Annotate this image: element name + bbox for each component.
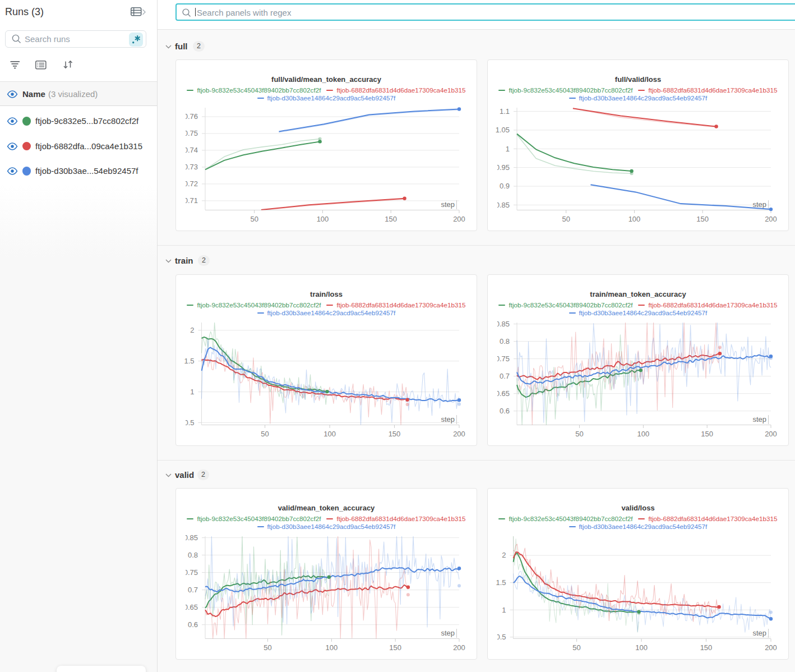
svg-text:50: 50: [562, 215, 570, 223]
svg-text:0.75: 0.75: [184, 568, 198, 577]
svg-text:0.9: 0.9: [500, 182, 510, 190]
svg-text:0.72: 0.72: [184, 179, 198, 188]
svg-text:50: 50: [575, 430, 583, 438]
svg-text:0.95: 0.95: [496, 163, 510, 172]
svg-text:0.7: 0.7: [500, 372, 510, 380]
svg-text:50: 50: [572, 643, 580, 652]
svg-text:200: 200: [765, 430, 777, 438]
svg-text:1: 1: [506, 145, 510, 153]
svg-text:1: 1: [502, 606, 506, 614]
svg-text:150: 150: [385, 215, 397, 223]
svg-text:100: 100: [637, 430, 650, 438]
svg-text:0.6: 0.6: [500, 407, 510, 415]
svg-text:0.85: 0.85: [496, 201, 510, 209]
svg-text:step: step: [441, 415, 455, 424]
svg-text:1: 1: [190, 388, 194, 396]
svg-text:0.73: 0.73: [184, 163, 198, 171]
svg-text:2: 2: [190, 326, 194, 334]
svg-text:150: 150: [701, 430, 713, 438]
svg-text:step: step: [441, 629, 455, 637]
svg-text:0.5: 0.5: [184, 418, 194, 427]
svg-text:1.1: 1.1: [500, 107, 510, 116]
svg-text:0.8: 0.8: [188, 551, 198, 559]
svg-text:50: 50: [250, 215, 258, 223]
svg-text:50: 50: [261, 430, 269, 438]
svg-text:0.76: 0.76: [184, 112, 198, 121]
svg-text:150: 150: [389, 430, 401, 438]
svg-text:100: 100: [628, 215, 641, 223]
svg-text:150: 150: [700, 643, 713, 652]
svg-text:step: step: [752, 629, 766, 637]
svg-text:0.5: 0.5: [496, 633, 506, 641]
svg-text:100: 100: [635, 643, 648, 652]
svg-text:0.85: 0.85: [184, 533, 198, 542]
svg-text:0.8: 0.8: [500, 337, 510, 346]
svg-text:0.75: 0.75: [184, 129, 198, 137]
svg-text:2: 2: [502, 551, 506, 559]
svg-text:1.05: 1.05: [496, 126, 510, 134]
svg-text:150: 150: [696, 215, 709, 223]
svg-text:step: step: [441, 200, 455, 209]
svg-text:100: 100: [323, 430, 336, 438]
svg-text:50: 50: [264, 643, 271, 652]
svg-text:1.5: 1.5: [184, 357, 194, 365]
svg-text:step: step: [752, 200, 766, 209]
svg-text:200: 200: [765, 643, 777, 652]
svg-text:step: step: [752, 415, 766, 424]
svg-text:0.85: 0.85: [496, 320, 510, 328]
svg-text:0.74: 0.74: [184, 146, 198, 154]
svg-text:0.75: 0.75: [496, 355, 510, 363]
svg-text:0.71: 0.71: [184, 196, 198, 205]
svg-text:0.7: 0.7: [188, 586, 198, 594]
svg-text:100: 100: [317, 215, 329, 223]
svg-text:1.5: 1.5: [496, 578, 506, 587]
svg-text:0.65: 0.65: [496, 389, 510, 398]
svg-text:200: 200: [453, 215, 465, 223]
svg-text:100: 100: [326, 643, 338, 652]
svg-text:0.6: 0.6: [188, 620, 198, 629]
svg-text:0.65: 0.65: [184, 603, 198, 611]
svg-text:200: 200: [453, 643, 465, 652]
svg-text:200: 200: [765, 215, 777, 223]
svg-text:150: 150: [389, 643, 401, 652]
svg-text:200: 200: [453, 430, 465, 438]
